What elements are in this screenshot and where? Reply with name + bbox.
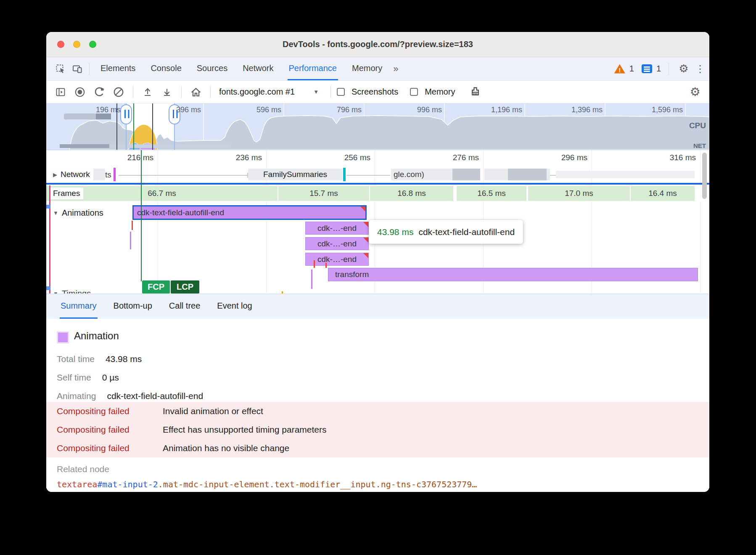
related-node-link[interactable]: textarea#mat-input-2.mat-mdc-input-eleme… [57,479,477,489]
ruler-label: 236 ms [220,153,262,162]
capture-settings-button[interactable]: ⚙ [687,84,703,100]
tab-sources[interactable]: Sources [196,57,229,80]
home-button[interactable] [188,84,204,100]
animation-bar-transform[interactable]: transform [328,268,698,281]
compositing-failed-corner-icon [363,222,369,227]
network-request-bar[interactable]: gle.com) [391,169,480,180]
timeline-overview[interactable]: 196 ms 396 ms 596 ms 796 ms 996 ms 1,196… [46,103,709,150]
animations-track-header[interactable]: ▼ Animations [53,208,103,218]
summary-category: Animation [74,330,119,342]
frame-duration[interactable]: 15.7 ms [278,186,369,201]
divider [210,86,211,98]
track-divider [46,183,709,185]
devtools-window: DevTools - fonts.google.com/?preview.siz… [46,32,709,492]
history-select[interactable]: fonts.google.com #1 [219,87,295,97]
overview-time-label: 396 ms [159,106,201,114]
related-node-label: Related node [57,464,109,474]
overview-time-label: 196 ms [79,106,121,114]
divider [181,86,182,98]
collect-garbage-button[interactable] [467,84,484,100]
record-button[interactable] [71,84,88,100]
garbage-collect-icon [470,86,481,98]
summary-row: Total time 43.98 ms [57,354,142,364]
settings-gear-icon[interactable]: ⚙ [677,62,691,75]
load-profile-button[interactable] [139,84,156,100]
tooltip-duration: 43.98 ms [377,227,413,237]
track-resize-handle[interactable] [46,205,50,209]
network-track[interactable]: ts FamilySummaries gle.com) ▶ Network [46,167,709,182]
save-profile-button[interactable] [159,84,175,100]
tab-memory[interactable]: Memory [351,57,383,80]
network-track-header[interactable]: ▶ Network [50,169,93,180]
chevron-down-icon[interactable]: ▼ [313,89,319,95]
track-resize-handle[interactable] [46,286,50,290]
row-value: 43.98 ms [106,354,142,364]
failure-message: Effect has unsupported timing parameters [163,425,327,435]
warning-icon[interactable] [614,64,625,74]
event-tick-purple [311,270,312,289]
fcp-badge[interactable]: FCP [142,280,170,293]
inspect-element-button[interactable] [52,57,69,80]
tab-event-log[interactable]: Event log [216,294,253,319]
frames-track[interactable]: 66.7 ms 15.7 ms 16.8 ms 16.5 ms 17.0 ms … [46,185,709,201]
compositing-failed-corner-icon [363,253,369,259]
minimize-window-button[interactable] [73,41,80,48]
gear-icon: ⚙ [690,85,700,99]
failure-label: Compositing failed [57,443,163,453]
request-active-segment [508,169,547,180]
window-titlebar: DevTools - fonts.google.com/?preview.siz… [46,32,709,57]
device-toolbar-icon [72,63,83,74]
divider [133,86,133,98]
node-classes: .mat-mdc-input-element.text-modifier__in… [158,479,477,489]
summary-panel: Animation Total time 43.98 ms Self time … [46,319,709,492]
frame-duration[interactable]: 16.4 ms [631,186,695,201]
performance-toolbar: fonts.google.com #1 ▼ Screenshots Memory… [46,81,709,103]
memory-checkbox[interactable] [410,88,418,96]
tab-console[interactable]: Console [149,57,182,80]
vertical-scrollbar[interactable] [702,153,707,199]
screenshots-checkbox[interactable] [337,88,345,96]
animation-bar[interactable]: cdk-…-end [305,237,369,250]
frame-duration[interactable]: 16.5 ms [457,186,526,201]
device-toolbar-button[interactable] [69,57,86,80]
request-label: gle.com) [394,170,424,179]
tab-network[interactable]: Network [241,57,275,80]
lcp-badge[interactable]: LCP [171,280,199,293]
network-request-bar[interactable] [484,169,550,180]
timings-track-header[interactable]: ▼ Timings [53,289,91,293]
tab-summary[interactable]: Summary [60,294,98,319]
animation-bar-selected[interactable]: cdk-text-field-autofill-end [132,205,367,220]
timing-tick [282,291,283,293]
zoom-window-button[interactable] [89,41,96,48]
reload-and-record-button[interactable] [91,84,108,100]
network-request-bar[interactable] [556,171,695,178]
node-id: #mat-input-2 [97,479,158,489]
toggle-sidebar-button[interactable] [52,84,69,100]
divider [330,86,331,98]
failure-row: Compositing failed Invalid animation or … [46,402,709,420]
frame-duration[interactable]: 16.8 ms [370,186,453,201]
node-tag: textarea [57,479,97,489]
overview-time-label: 1,596 ms [641,106,683,114]
timeline-tracks[interactable]: 216 ms 236 ms 256 ms 276 ms 296 ms 316 m… [46,150,709,293]
frames-track-label[interactable]: Frames [50,188,83,199]
clear-recording-button[interactable] [110,84,127,100]
failure-message: Animation has no visible change [163,443,289,453]
tab-bottom-up[interactable]: Bottom-up [113,294,153,319]
failure-row: Compositing failed Animation has no visi… [46,439,709,457]
issues-icon[interactable] [642,64,652,73]
kebab-menu-icon[interactable]: ⋮ [695,63,705,75]
network-request-bar[interactable]: FamilySummaries [248,169,342,180]
animation-bar[interactable]: cdk-…-end [305,222,369,235]
memory-label: Memory [425,87,455,97]
network-marker-magenta [114,168,116,181]
tab-performance[interactable]: Performance [288,57,338,80]
tab-elements[interactable]: Elements [99,57,137,80]
summary-row: Animating cdk-text-field-autofill-end [57,391,203,401]
frame-duration[interactable]: 17.0 ms [528,186,630,201]
close-window-button[interactable] [57,41,64,48]
left-selection-handle[interactable] [121,105,132,124]
inspect-icon [55,63,66,74]
more-tabs-button[interactable]: » [393,57,399,80]
tab-call-tree[interactable]: Call tree [168,294,201,319]
